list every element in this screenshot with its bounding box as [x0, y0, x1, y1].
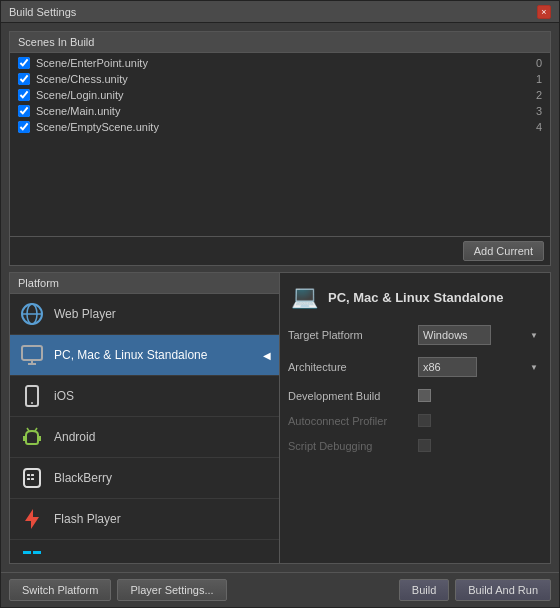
platform-list: Web Player PC, Mac & Linux Standalone ◀ …	[10, 294, 279, 554]
autoconnect-checkbox	[418, 414, 431, 427]
platform-label-pc-mac-linux: PC, Mac & Linux Standalone	[54, 348, 207, 362]
build-button[interactable]: Build	[399, 579, 449, 601]
player-settings-button[interactable]: Player Settings...	[117, 579, 226, 601]
script-debugging-label: Script Debugging	[288, 440, 418, 452]
svg-point-7	[31, 402, 33, 404]
svg-line-9	[35, 428, 37, 431]
platform-item-ios[interactable]: iOS	[10, 376, 279, 417]
svg-marker-17	[25, 509, 39, 529]
scene-name: Scene/EnterPoint.unity	[36, 57, 528, 69]
scene-checkbox[interactable]	[18, 73, 30, 85]
settings-panel: 💻 PC, Mac & Linux Standalone Target Plat…	[280, 273, 550, 563]
scene-index: 0	[536, 57, 542, 69]
platform-icon-pc-mac-linux	[18, 341, 46, 369]
main-content: Scenes In Build Scene/EnterPoint.unity 0…	[1, 23, 559, 572]
window-title: Build Settings	[9, 6, 76, 18]
platform-icon-flash-player	[18, 505, 46, 533]
architecture-row: Architecture x86 x86_64	[288, 357, 542, 377]
platform-icon-ios	[18, 382, 46, 410]
platform-icon-web-player	[18, 300, 46, 328]
platform-section: Platform Web Player PC, Mac & Linux Stan…	[9, 272, 551, 564]
platform-selected-arrow: ◀	[263, 350, 271, 361]
development-build-row: Development Build	[288, 389, 542, 402]
target-platform-label: Target Platform	[288, 329, 418, 341]
development-build-checkbox[interactable]	[418, 389, 431, 402]
bottom-bar: Switch Platform Player Settings... Build…	[1, 572, 559, 607]
build-and-run-button[interactable]: Build And Run	[455, 579, 551, 601]
svg-rect-15	[27, 478, 30, 480]
platform-item-pc-mac-linux[interactable]: PC, Mac & Linux Standalone ◀	[10, 335, 279, 376]
platform-item-blackberry[interactable]: BlackBerry	[10, 458, 279, 499]
scene-name: Scene/Main.unity	[36, 105, 528, 117]
close-button[interactable]: ×	[537, 5, 551, 19]
title-bar: Build Settings ×	[1, 1, 559, 23]
settings-platform-icon: 💻	[288, 281, 320, 313]
scenes-panel: Scenes In Build Scene/EnterPoint.unity 0…	[9, 31, 551, 266]
scene-name: Scene/EmptyScene.unity	[36, 121, 528, 133]
build-settings-window: Build Settings × Scenes In Build Scene/E…	[0, 0, 560, 608]
scene-name: Scene/Login.unity	[36, 89, 528, 101]
svg-rect-18	[23, 551, 31, 554]
target-platform-row: Target Platform Windows Mac OS X Linux	[288, 325, 542, 345]
platform-label-android: Android	[54, 430, 95, 444]
platform-label-blackberry: BlackBerry	[54, 471, 112, 485]
scene-index: 3	[536, 105, 542, 117]
svg-rect-13	[27, 474, 30, 476]
platform-icon-blackberry	[18, 464, 46, 492]
switch-platform-button[interactable]: Switch Platform	[9, 579, 111, 601]
platform-item-android[interactable]: Android	[10, 417, 279, 458]
scenes-list: Scene/EnterPoint.unity 0 Scene/Chess.uni…	[10, 53, 550, 236]
settings-title-row: 💻 PC, Mac & Linux Standalone	[288, 281, 542, 313]
platform-icon-android	[18, 423, 46, 451]
scene-checkbox[interactable]	[18, 57, 30, 69]
scene-item[interactable]: Scene/EnterPoint.unity 0	[10, 55, 550, 71]
script-debugging-checkbox	[418, 439, 431, 452]
scene-item[interactable]: Scene/Login.unity 2	[10, 87, 550, 103]
autoconnect-label: Autoconnect Profiler	[288, 415, 418, 427]
settings-platform-name: PC, Mac & Linux Standalone	[328, 290, 504, 305]
svg-rect-16	[31, 478, 34, 480]
platform-item-windows-store[interactable]: Windows Store Apps	[10, 540, 279, 554]
platform-label-windows-store: Windows Store Apps	[54, 553, 165, 554]
platform-label-flash-player: Flash Player	[54, 512, 121, 526]
scenes-header: Scenes In Build	[10, 32, 550, 53]
platform-icon-windows-store	[18, 546, 46, 554]
scene-checkbox[interactable]	[18, 105, 30, 117]
svg-rect-14	[31, 474, 34, 476]
platform-item-flash-player[interactable]: Flash Player	[10, 499, 279, 540]
architecture-select[interactable]: x86 x86_64	[418, 357, 477, 377]
platform-item-web-player[interactable]: Web Player	[10, 294, 279, 335]
scene-index: 2	[536, 89, 542, 101]
autoconnect-row: Autoconnect Profiler	[288, 414, 542, 427]
target-platform-select-wrapper: Windows Mac OS X Linux	[418, 325, 542, 345]
scene-name: Scene/Chess.unity	[36, 73, 528, 85]
platform-label-web-player: Web Player	[54, 307, 116, 321]
scene-checkbox[interactable]	[18, 89, 30, 101]
scene-item[interactable]: Scene/EmptyScene.unity 4	[10, 119, 550, 135]
architecture-label: Architecture	[288, 361, 418, 373]
scene-item[interactable]: Scene/Chess.unity 1	[10, 71, 550, 87]
platform-label-ios: iOS	[54, 389, 74, 403]
add-current-row: Add Current	[10, 236, 550, 265]
svg-rect-3	[22, 346, 42, 360]
scene-index: 1	[536, 73, 542, 85]
add-current-button[interactable]: Add Current	[463, 241, 544, 261]
architecture-select-wrapper: x86 x86_64	[418, 357, 542, 377]
svg-line-8	[27, 428, 29, 431]
script-debugging-row: Script Debugging	[288, 439, 542, 452]
target-platform-select[interactable]: Windows Mac OS X Linux	[418, 325, 491, 345]
development-build-label: Development Build	[288, 390, 418, 402]
scene-index: 4	[536, 121, 542, 133]
scene-item[interactable]: Scene/Main.unity 3	[10, 103, 550, 119]
platform-panel: Platform Web Player PC, Mac & Linux Stan…	[10, 273, 280, 563]
platform-header: Platform	[10, 273, 279, 294]
svg-rect-19	[33, 551, 41, 554]
scene-checkbox[interactable]	[18, 121, 30, 133]
